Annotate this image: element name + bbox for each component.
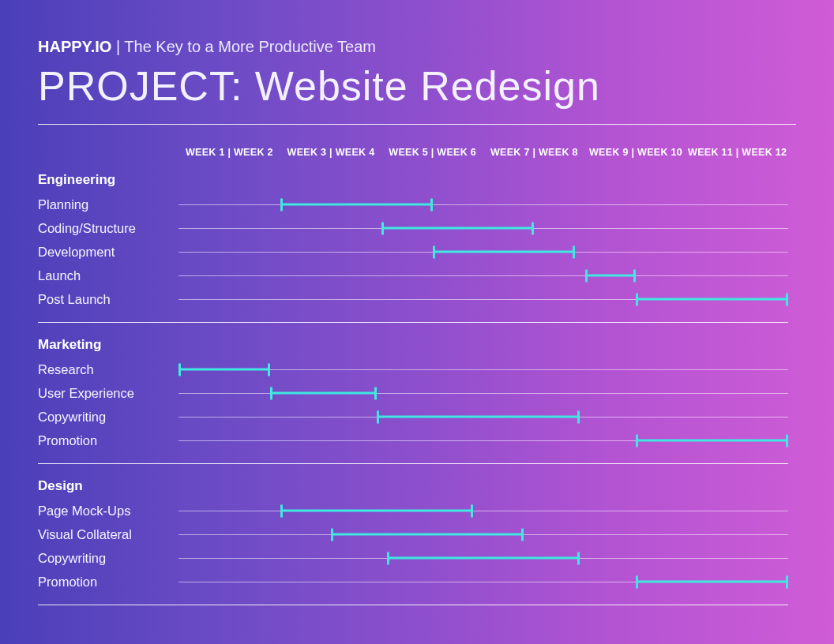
timeline-column: WEEK 5 | WEEK 6	[381, 147, 483, 158]
task-label: Planning	[38, 197, 178, 212]
task-track	[178, 216, 788, 240]
task-track	[178, 405, 788, 429]
task-label: Promotion	[38, 433, 178, 448]
gantt-bar	[270, 392, 377, 395]
tagline-text: | The Key to a More Productive Team	[111, 38, 376, 55]
task-row: Visual Collateral	[38, 522, 788, 546]
group-divider	[38, 463, 788, 464]
task-label: Copywriting	[38, 551, 178, 566]
gantt-bar	[331, 534, 524, 536]
task-row: Planning	[38, 193, 788, 216]
timeline-column: WEEK 11 | WEEK 12	[686, 147, 788, 158]
track-baseline	[178, 369, 788, 370]
timeline-column: WEEK 3 | WEEK 4	[280, 147, 382, 158]
task-row: Research	[38, 358, 788, 381]
gantt-bar	[433, 251, 575, 253]
gantt-bar	[585, 275, 636, 277]
task-label: User Experience	[38, 386, 178, 401]
gantt-bar	[178, 369, 270, 371]
task-track	[178, 381, 788, 405]
gantt-bar	[636, 581, 788, 583]
task-row: Promotion	[38, 429, 788, 452]
task-track	[178, 240, 788, 264]
gantt-bar	[381, 227, 534, 230]
task-row: User Experience	[38, 381, 788, 405]
project-title: PROJECT: Website Redesign	[38, 62, 796, 110]
task-row: Development	[38, 240, 788, 264]
task-track	[178, 570, 788, 593]
group-divider	[38, 605, 788, 605]
task-track	[178, 193, 788, 216]
task-row: Post Launch	[38, 287, 788, 311]
task-track	[178, 522, 788, 546]
task-row: Coding/Structure	[38, 216, 788, 240]
gantt-bar	[636, 440, 788, 442]
gantt-bar	[280, 510, 473, 512]
task-label: Research	[38, 362, 178, 377]
timeline-header: WEEK 1 | WEEK 2WEEK 3 | WEEK 4WEEK 5 | W…	[38, 147, 788, 158]
timeline-column: WEEK 9 | WEEK 10	[585, 147, 687, 158]
brand-name: HAPPY.IO	[38, 38, 111, 55]
track-baseline	[178, 511, 788, 511]
gantt-bar	[387, 557, 580, 560]
task-row: Launch	[38, 264, 788, 287]
project-name: Website Redesign	[255, 63, 600, 109]
task-label: Page Mock-Ups	[38, 504, 178, 519]
track-baseline	[178, 275, 788, 276]
group-header: Engineering	[38, 172, 788, 188]
track-baseline	[178, 204, 788, 205]
task-row: Page Mock-Ups	[38, 499, 788, 522]
task-row: Copywriting	[38, 546, 788, 570]
title-divider	[38, 124, 796, 125]
task-label: Promotion	[38, 575, 178, 590]
group-header: Marketing	[38, 337, 788, 353]
task-track	[178, 429, 788, 452]
task-label: Coding/Structure	[38, 221, 178, 236]
timeline-column: WEEK 1 | WEEK 2	[178, 147, 280, 158]
task-track	[178, 264, 788, 287]
task-label: Development	[38, 245, 178, 260]
task-track	[178, 499, 788, 522]
task-label: Post Launch	[38, 292, 178, 307]
timeline-column: WEEK 7 | WEEK 8	[483, 147, 585, 158]
task-row: Promotion	[38, 570, 788, 593]
task-track	[178, 546, 788, 570]
gantt-bar	[280, 204, 433, 206]
group-header: Design	[38, 478, 788, 494]
gantt-chart: WEEK 1 | WEEK 2WEEK 3 | WEEK 4WEEK 5 | W…	[38, 147, 788, 605]
gantt-bar	[636, 298, 788, 301]
group-divider	[38, 322, 788, 323]
header-tagline: HAPPY.IO | The Key to a More Productive …	[38, 38, 796, 56]
task-label: Copywriting	[38, 410, 178, 425]
project-label: PROJECT:	[38, 63, 255, 109]
task-row: Copywriting	[38, 405, 788, 429]
task-track	[178, 358, 788, 381]
gantt-bar	[377, 416, 580, 418]
task-track	[178, 287, 788, 311]
task-label: Launch	[38, 268, 178, 283]
task-label: Visual Collateral	[38, 527, 178, 542]
